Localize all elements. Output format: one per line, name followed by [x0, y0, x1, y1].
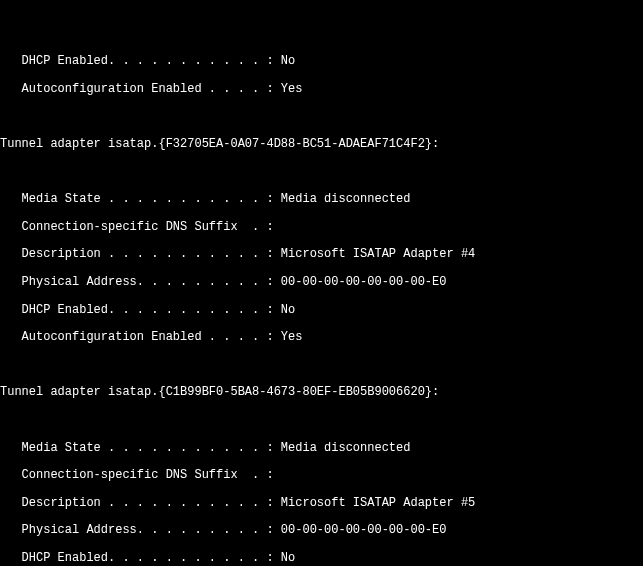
media-state-line: Media State . . . . . . . . . . . : Medi… [0, 442, 643, 456]
description-line: Description . . . . . . . . . . . : Micr… [0, 248, 643, 262]
autoconfig-line: Autoconfiguration Enabled . . . . : Yes [0, 83, 643, 97]
description-line: Description . . . . . . . . . . . : Micr… [0, 497, 643, 511]
blank-line [0, 110, 643, 124]
blank-line [0, 414, 643, 428]
blank-line [0, 359, 643, 373]
media-state-line: Media State . . . . . . . . . . . : Medi… [0, 193, 643, 207]
blank-line [0, 166, 643, 180]
dhcp-enabled-line: DHCP Enabled. . . . . . . . . . . : No [0, 55, 643, 69]
adapter-header: Tunnel adapter isatap.{C1B99BF0-5BA8-467… [0, 386, 643, 400]
dns-suffix-line: Connection-specific DNS Suffix . : [0, 469, 643, 483]
physical-address-line: Physical Address. . . . . . . . . : 00-0… [0, 524, 643, 538]
dhcp-enabled-line: DHCP Enabled. . . . . . . . . . . : No [0, 304, 643, 318]
adapter-header: Tunnel adapter isatap.{F32705EA-0A07-4D8… [0, 138, 643, 152]
autoconfig-line: Autoconfiguration Enabled . . . . : Yes [0, 331, 643, 345]
dhcp-enabled-line: DHCP Enabled. . . . . . . . . . . : No [0, 552, 643, 566]
physical-address-line: Physical Address. . . . . . . . . : 00-0… [0, 276, 643, 290]
dns-suffix-line: Connection-specific DNS Suffix . : [0, 221, 643, 235]
